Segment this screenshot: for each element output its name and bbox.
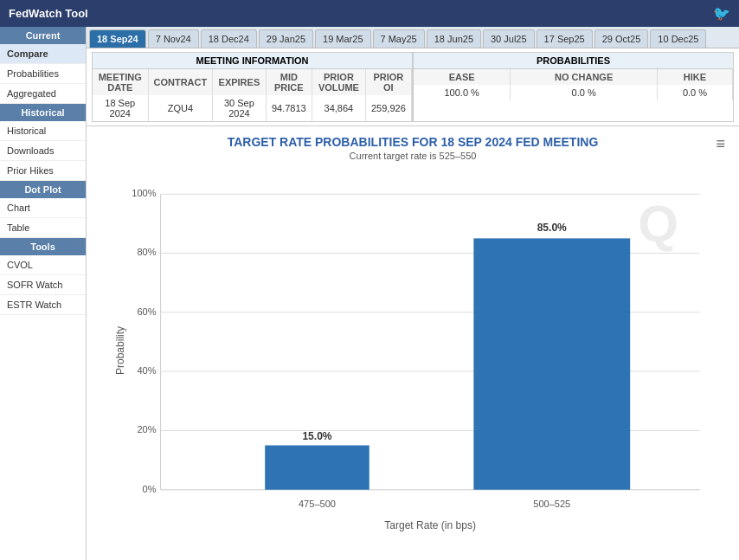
svg-text:100%: 100%: [132, 188, 156, 198]
sidebar-section-historical[interactable]: Historical: [0, 104, 86, 121]
meeting-tabs: 18 Sep247 Nov2418 Dec2429 Jan2519 Mar257…: [87, 27, 739, 48]
col-prior-volume: PRIOR VOLUME: [312, 69, 366, 95]
svg-text:80%: 80%: [137, 247, 156, 257]
sidebar-item-estr-watch[interactable]: ESTR Watch: [0, 295, 86, 315]
chart-subtitle: Current target rate is 525–550: [95, 151, 730, 161]
tab-18-jun25[interactable]: 18 Jun25: [427, 29, 481, 48]
bar-xlabel-475-500: 475–500: [299, 499, 336, 509]
sidebar: Current Compare Probabilities Aggregated…: [0, 27, 87, 560]
tab-29-oct25[interactable]: 29 Oct25: [594, 29, 649, 48]
app-header: FedWatch Tool 🐦: [0, 0, 739, 27]
probabilities-table: EASE NO CHANGE HIKE 100.0 % 0.0 % 0.0 %: [414, 69, 733, 100]
app-title: FedWatch Tool: [9, 7, 88, 20]
val-no-change: 0.0 %: [511, 85, 658, 100]
sidebar-item-table[interactable]: Table: [0, 218, 86, 238]
val-contract: ZQU4: [148, 95, 213, 121]
tab-17-sep25[interactable]: 17 Sep25: [537, 29, 593, 48]
col-meeting-date: MEETING DATE: [93, 69, 148, 95]
probabilities-header: PROBABILITIES: [414, 53, 733, 69]
sidebar-item-sofr-watch[interactable]: SOFR Watch: [0, 275, 86, 295]
sidebar-item-compare[interactable]: Compare: [0, 44, 86, 64]
col-mid-price: MID PRICE: [266, 69, 312, 95]
tab-7-nov24[interactable]: 7 Nov24: [148, 29, 199, 48]
val-expires: 30 Sep 2024: [213, 95, 266, 121]
sidebar-item-cvol[interactable]: CVOL: [0, 255, 86, 275]
col-contract: CONTRACT: [148, 69, 213, 95]
tab-7-may25[interactable]: 7 May25: [373, 29, 425, 48]
val-meeting-date: 18 Sep 2024: [93, 95, 148, 121]
bar-chart-svg: Probability 0% 20% 40% 60% 80%: [95, 168, 730, 533]
bar-chart-container: Q Probability 0% 20% 40% 6: [95, 168, 730, 533]
tab-18-dec24[interactable]: 18 Dec24: [201, 29, 257, 48]
svg-text:40%: 40%: [137, 365, 156, 376]
col-hike: HIKE: [657, 69, 732, 85]
sidebar-item-aggregated[interactable]: Aggregated: [0, 84, 86, 104]
bar-label-475-500: 15.0%: [302, 430, 331, 442]
tab-30-jul25[interactable]: 30 Jul25: [483, 29, 535, 48]
sidebar-item-chart[interactable]: Chart: [0, 198, 86, 218]
val-prior-volume: 34,864: [312, 95, 366, 121]
x-axis-label: Target Rate (in bps): [384, 519, 476, 531]
meeting-information-section: MEETING INFORMATION MEETING DATE CONTRAC…: [92, 52, 413, 122]
chart-title: TARGET RATE PROBABILITIES FOR 18 SEP 202…: [95, 135, 730, 149]
meeting-info-header: MEETING INFORMATION: [93, 53, 412, 69]
hamburger-menu-icon[interactable]: ≡: [716, 135, 725, 153]
svg-text:60%: 60%: [137, 306, 156, 317]
twitter-icon[interactable]: 🐦: [713, 5, 730, 22]
sidebar-item-historical[interactable]: Historical: [0, 121, 86, 141]
tab-19-mar25[interactable]: 19 Mar25: [315, 29, 370, 48]
sidebar-section-tools[interactable]: Tools: [0, 238, 86, 255]
val-ease: 100.0 %: [414, 85, 511, 100]
meeting-info-table: MEETING DATE CONTRACT EXPIRES MID PRICE …: [93, 69, 412, 121]
bar-475-500: [265, 446, 370, 490]
sidebar-section-dot-plot[interactable]: Dot Plot: [0, 181, 86, 198]
bar-label-500-525: 85.0%: [537, 222, 567, 234]
sidebar-item-prior-hikes[interactable]: Prior Hikes: [0, 161, 86, 181]
sidebar-item-downloads[interactable]: Downloads: [0, 141, 86, 161]
val-prior-oi: 259,926: [365, 95, 411, 121]
val-hike: 0.0 %: [657, 85, 732, 100]
svg-text:0%: 0%: [143, 484, 157, 494]
tab-10-dec25[interactable]: 10 Dec25: [650, 29, 706, 48]
bar-xlabel-500-525: 500–525: [533, 499, 570, 509]
sidebar-section-current[interactable]: Current: [0, 27, 86, 44]
val-mid-price: 94.7813: [266, 95, 312, 121]
tab-29-jan25[interactable]: 29 Jan25: [259, 29, 313, 48]
col-ease: EASE: [414, 69, 511, 85]
col-expires: EXPIRES: [213, 69, 266, 95]
col-prior-oi: PRIOR OI: [365, 69, 411, 95]
meeting-info-area: MEETING INFORMATION MEETING DATE CONTRAC…: [87, 48, 739, 126]
col-no-change: NO CHANGE: [511, 69, 658, 85]
probabilities-section: PROBABILITIES EASE NO CHANGE HIKE 100.0 …: [413, 52, 734, 122]
svg-text:20%: 20%: [137, 424, 156, 434]
bar-500-525: [473, 238, 630, 489]
tab-18-sep24[interactable]: 18 Sep24: [89, 29, 146, 48]
y-axis-label: Probability: [114, 326, 126, 375]
chart-area: ≡ TARGET RATE PROBABILITIES FOR 18 SEP 2…: [87, 126, 739, 560]
main-content: 18 Sep247 Nov2418 Dec2429 Jan2519 Mar257…: [87, 27, 739, 560]
sidebar-item-probabilities[interactable]: Probabilities: [0, 64, 86, 84]
